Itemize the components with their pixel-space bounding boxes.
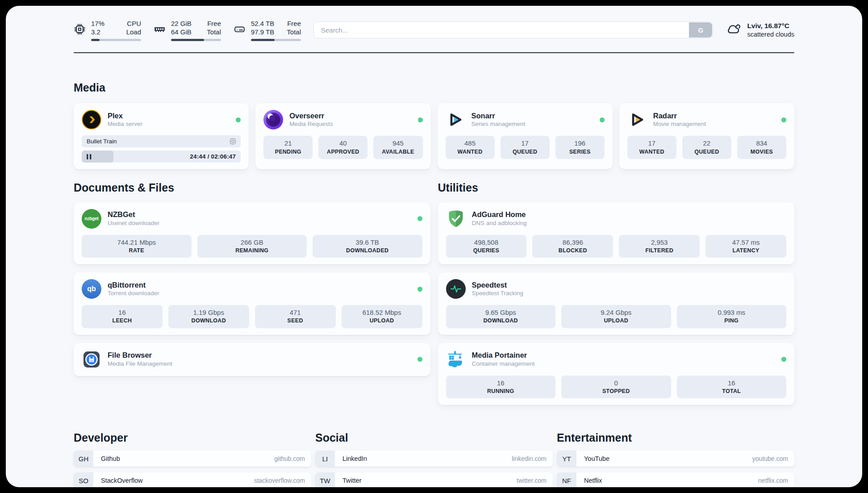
stat-queued: 17QUEUED [501,136,550,159]
portainer-icon [446,350,466,369]
service-subtitle: DNS and adblocking [472,219,527,227]
qbittorrent-app-link[interactable]: qb qBittorrent Torrent downloader [82,279,417,299]
memory-widget: 22 GiB 64 GiB Free Total [154,19,221,41]
section-title-media: Media [74,81,794,95]
service-title: Radarr [653,111,706,121]
stat-queued: 22QUEUED [682,136,731,159]
nzbget-app-link[interactable]: nzbget NZBGet Usenet downloader [82,209,417,229]
plex-app-link[interactable]: Plex Media server [82,110,236,130]
cpu-usage-label: CPU [127,19,141,28]
disk-widget: 52.4 TB 97.9 TB Free Total [234,19,301,41]
status-dot [418,117,423,122]
service-subtitle: Media server [108,120,142,128]
section-title-utilities: Utilities [438,181,795,195]
documents-column: Documents & Files nzbget NZBGet Usenet d… [74,169,430,405]
speedtest-app-link[interactable]: Speedtest Speedtest Tracking [446,279,787,299]
status-dot [781,117,786,122]
filebrowser-icon [82,350,101,369]
memory-total-label: Total [207,28,221,37]
service-card-sonarr: Sonarr Series management 485WANTED 17QUE… [438,103,613,169]
service-card-plex: Plex Media server Bullet Train 24:44 / 0… [74,103,249,169]
bookmark-github[interactable]: GH Github github.com [74,451,311,467]
bookmark-abbr: GH [74,451,93,467]
stat-rate: 744.21 MbpsRATE [82,235,192,258]
stat-pending: 21PENDING [263,136,313,159]
bookmark-url: github.com [275,455,305,462]
stat-upload: 9.24 GbpsUPLOAD [561,305,671,328]
utilities-column: Utilities [438,169,795,405]
bookmark-name: Twitter [342,477,517,484]
stat-stopped: 0STOPPED [561,376,671,399]
disk-total-label: Total [287,28,301,37]
speedtest-icon [446,279,466,299]
bookmark-netflix[interactable]: NF Netflix netflix.com [557,472,794,487]
bookmark-youtube[interactable]: YT YouTube youtube.com [557,451,794,467]
disk-progress-bar [251,39,301,41]
status-dot [600,117,605,122]
memory-free-label: Free [207,19,221,28]
service-subtitle: Series management [472,120,526,128]
adguard-icon [446,209,466,229]
weather-widget: Lviv, 16.87°C scattered clouds [726,21,794,39]
service-subtitle: Torrent downloader [108,289,159,297]
stat-upload: 618.52 MbpsUPLOAD [342,305,422,328]
weather-condition: scattered clouds [747,30,794,39]
section-title-documents: Documents & Files [74,181,430,195]
portainer-app-link[interactable]: Media Portainer Container management [446,350,782,369]
service-subtitle: Usenet downloader [108,219,159,227]
stat-blocked: 86,396BLOCKED [532,235,613,258]
search-bar: G [313,21,713,38]
service-card-filebrowser: File Browser Media File Management [74,343,430,376]
stat-queries: 498,508QUERIES [446,235,527,258]
filebrowser-app-link[interactable]: File Browser Media File Management [82,350,417,369]
search-input[interactable] [313,21,713,38]
service-card-nzbget: nzbget NZBGet Usenet downloader 744.21 M… [74,202,430,265]
cpu-usage-value: 17% [91,19,104,28]
bookmark-abbr: YT [557,451,576,467]
bookmark-name: Github [101,455,275,462]
stat-leech: 16LEECH [82,305,163,328]
bookmark-name: YouTube [584,455,752,462]
bookmark-abbr: LI [315,451,335,467]
service-title: Media Portainer [472,351,535,360]
bookmark-name: StackOverflow [101,477,254,484]
dashboard-page: 17% 3.2 CPU Load [0,0,868,493]
bookmark-name: Netflix [584,477,758,484]
bookmark-twitter[interactable]: TW Twitter twitter.com [315,472,553,487]
bookmark-url: stackoverflow.com [254,477,305,484]
disk-total-value: 97.9 TB [251,28,274,37]
bookmark-abbr: SO [74,472,93,487]
cpu-progress-bar [91,39,141,41]
nzbget-icon: nzbget [82,209,101,229]
status-dot [417,216,422,221]
stat-latency: 47.57 msLATENCY [705,235,786,258]
topbar-divider [74,52,794,53]
radarr-app-link[interactable]: Radarr Movie management [627,110,781,130]
stat-series: 196SERIES [555,136,605,159]
search-provider-button[interactable]: G [689,22,712,38]
bookmark-abbr: NF [557,472,576,487]
bookmark-linkedin[interactable]: LI LinkedIn linkedin.com [315,451,553,467]
disk-free-label: Free [287,19,301,28]
adguard-app-link[interactable]: AdGuard Home DNS and adblocking [446,209,787,229]
stat-filtered: 2,953FILTERED [619,235,700,258]
bookmark-url: netflix.com [758,477,788,484]
cloud-icon [726,21,742,39]
overseerr-app-link[interactable]: Overseerr Media Requests [263,110,417,130]
session-view-icon[interactable] [229,138,237,145]
service-subtitle: Media Requests [289,120,333,128]
service-title: Plex [108,111,142,121]
sonarr-app-link[interactable]: Sonarr Series management [446,110,600,130]
stat-wanted: 485WANTED [446,136,495,159]
stat-total: 16TOTAL [677,376,787,399]
status-dot [781,357,786,362]
bookmark-stackoverflow[interactable]: SO StackOverflow stackoverflow.com [74,472,311,487]
section-title-developer: Developer [74,431,311,445]
media-cards: Plex Media server Bullet Train 24:44 / 0… [74,103,794,169]
pause-button[interactable] [87,150,92,163]
memory-free-value: 22 GiB [171,19,192,28]
section-title-entertainment: Entertainment [557,431,794,445]
stat-running: 16RUNNING [446,376,556,399]
cpu-widget: 17% 3.2 CPU Load [74,19,141,41]
stat-remaining: 266 GBREMAINING [197,235,307,258]
